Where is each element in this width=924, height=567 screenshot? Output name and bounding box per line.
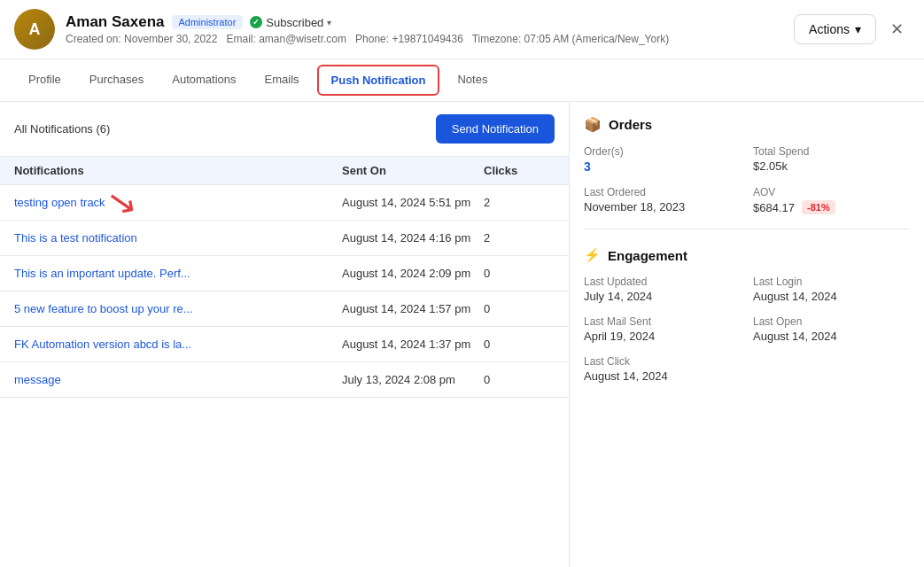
tabs-bar: Profile Purchases Automations Emails Pus… [0, 59, 924, 102]
chevron-down-icon: ▾ [327, 18, 331, 27]
orders-icon: 📦 [584, 116, 602, 133]
engagement-icon: ⚡ [584, 247, 601, 263]
clicks-4: 0 [484, 302, 555, 315]
main-content: All Notifications (6) Send Notification … [0, 102, 924, 567]
last-mail-sent-label: Last Mail Sent [584, 315, 741, 328]
last-mail-sent-value: April 19, 2024 [584, 330, 741, 343]
clicks-5: 0 [484, 338, 555, 351]
total-spend-value: $2.05k [753, 159, 910, 173]
actions-chevron-icon: ▾ [855, 22, 861, 36]
engagement-section: ⚡ Engagement Last Updated July 14, 2024 … [584, 244, 910, 383]
divider [584, 229, 910, 229]
sent-on-4: August 14, 2024 1:57 pm [342, 302, 484, 315]
user-name: Aman Saxena [66, 13, 165, 31]
sent-on-1: August 14, 2024 5:51 pm [342, 196, 484, 209]
actions-label: Actions [809, 22, 850, 36]
orders-stats: Order(s) 3 Total Spend $2.05k Last Order… [584, 145, 910, 214]
notification-link-4[interactable]: 5 new feature to boost up your re... [14, 302, 342, 315]
table-row: 5 new feature to boost up your re... Aug… [0, 291, 569, 327]
close-icon: ✕ [890, 19, 904, 39]
aov-badge: -81% [802, 200, 835, 214]
orders-count: Order(s) 3 [584, 145, 741, 174]
subscribed-badge[interactable]: Subscribed ▾ [250, 16, 331, 29]
total-spend: Total Spend $2.05k [753, 145, 910, 174]
subscribed-icon [250, 16, 262, 28]
orders-section-title: 📦 Orders [584, 116, 910, 133]
col-clicks: Clicks [484, 164, 555, 177]
last-open-label: Last Open [753, 315, 910, 328]
tab-automations[interactable]: Automations [158, 62, 250, 98]
clicks-2: 2 [484, 231, 555, 245]
last-updated-value: July 14, 2024 [584, 290, 741, 303]
orders-value[interactable]: 3 [584, 159, 741, 174]
clicks-3: 0 [484, 267, 555, 280]
created-on: Created on: November 30, 2022 [66, 33, 217, 45]
col-notifications: Notifications [14, 164, 342, 177]
table-row: This is a test notification August 14, 2… [0, 221, 569, 256]
aov: AOV $684.17 -81% [753, 186, 910, 214]
last-updated: Last Updated July 14, 2024 [584, 276, 741, 303]
header-actions: Actions ▾ ✕ [794, 14, 910, 44]
right-panel: 📦 Orders Order(s) 3 Total Spend $2.05k L… [570, 102, 924, 567]
aov-value: $684.17 [753, 201, 795, 214]
timezone: Timezone: 07:05 AM (America/New_York) [472, 33, 670, 45]
engagement-stats: Last Updated July 14, 2024 Last Login Au… [584, 276, 910, 383]
left-panel: All Notifications (6) Send Notification … [0, 102, 570, 567]
tab-profile[interactable]: Profile [14, 62, 75, 98]
table-row: This is an important update. Perf... Aug… [0, 256, 569, 291]
total-spend-label: Total Spend [753, 145, 910, 158]
notification-link-5[interactable]: FK Automation version abcd is la... [14, 338, 342, 351]
aov-label: AOV [753, 186, 910, 198]
subscribed-label: Subscribed [266, 16, 323, 29]
notification-link-6[interactable]: message [14, 373, 342, 386]
send-notification-button[interactable]: Send Notification [436, 114, 555, 144]
table-row: testing open track August 14, 2024 5:51 … [0, 185, 569, 221]
table-container: ↘ Notifications Sent On Clicks [0, 156, 569, 185]
last-ordered-value: November 18, 2023 [584, 200, 741, 214]
last-updated-label: Last Updated [584, 276, 741, 288]
last-open-value: August 14, 2024 [753, 330, 910, 343]
table-row: message July 13, 2024 2:08 pm 0 [0, 362, 569, 398]
tab-emails[interactable]: Emails [251, 62, 314, 98]
orders-label: Order(s) [584, 145, 741, 158]
engagement-title: ⚡ Engagement [584, 244, 910, 263]
last-ordered-label: Last Ordered [584, 186, 741, 198]
table-row: FK Automation version abcd is la... Augu… [0, 327, 569, 362]
sent-on-2: August 14, 2024 4:16 pm [342, 231, 484, 245]
last-login: Last Login August 14, 2024 [753, 276, 910, 303]
last-ordered: Last Ordered November 18, 2023 [584, 186, 741, 214]
notification-link-2[interactable]: This is a test notification [14, 231, 342, 245]
close-button[interactable]: ✕ [883, 16, 910, 43]
notifications-count: All Notifications (6) [14, 122, 110, 136]
table-header: Notifications Sent On Clicks [0, 156, 569, 185]
tab-notes[interactable]: Notes [443, 62, 501, 98]
tab-push-notification[interactable]: Push Notification [317, 65, 440, 96]
last-open: Last Open August 14, 2024 [753, 315, 910, 343]
last-click-label: Last Click [584, 355, 741, 368]
notification-link-3[interactable]: This is an important update. Perf... [14, 267, 342, 280]
header: A Aman Saxena Administrator Subscribed ▾… [0, 0, 924, 59]
last-click-value: August 14, 2024 [584, 369, 741, 383]
sent-on-5: August 14, 2024 1:37 pm [342, 338, 484, 351]
last-mail-sent: Last Mail Sent April 19, 2024 [584, 315, 741, 343]
last-click: Last Click August 14, 2024 [584, 355, 741, 383]
avatar: A [14, 9, 55, 50]
clicks-6: 0 [484, 373, 555, 386]
last-login-label: Last Login [753, 276, 910, 288]
header-info: Aman Saxena Administrator Subscribed ▾ C… [66, 13, 783, 45]
header-meta: Created on: November 30, 2022 Email: ama… [66, 33, 783, 45]
notification-link-1[interactable]: testing open track [14, 196, 342, 209]
role-badge: Administrator [172, 15, 244, 29]
tab-purchases[interactable]: Purchases [75, 62, 158, 98]
col-sent-on: Sent On [342, 164, 484, 177]
last-login-value: August 14, 2024 [753, 290, 910, 303]
email: Email: aman@wisetr.com [226, 33, 346, 45]
clicks-1: 2 [484, 196, 555, 209]
notifications-header: All Notifications (6) Send Notification [0, 102, 569, 156]
sent-on-6: July 13, 2024 2:08 pm [342, 373, 484, 386]
phone: Phone: +19871049436 [355, 33, 463, 45]
actions-button[interactable]: Actions ▾ [794, 14, 876, 44]
sent-on-3: August 14, 2024 2:09 pm [342, 267, 484, 280]
